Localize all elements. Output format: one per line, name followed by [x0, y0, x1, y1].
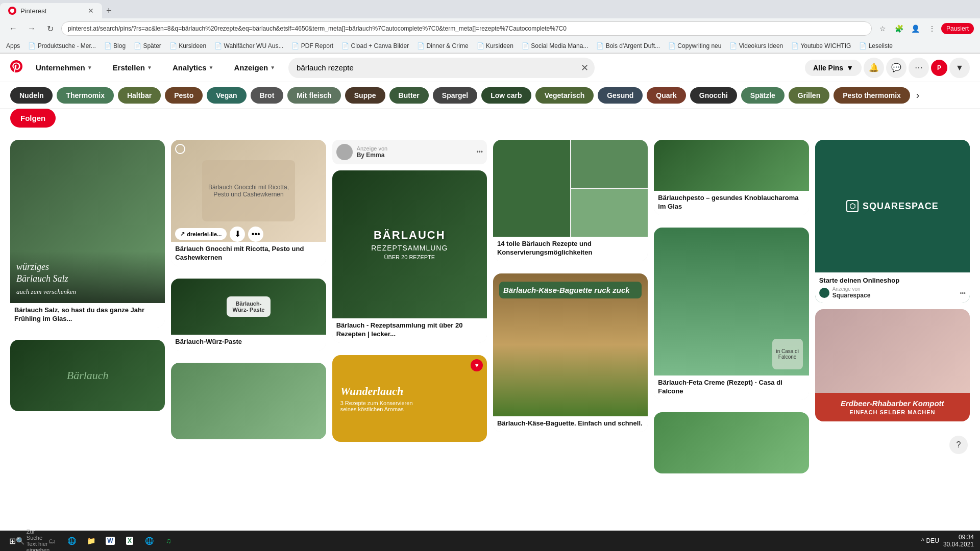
bookmark-kursideen1[interactable]: 📄 Kursideen: [169, 42, 206, 49]
alle-pins-arrow: ▼: [846, 64, 853, 72]
taskbar-excel[interactable]: X: [120, 532, 139, 550]
filter-spätzle[interactable]: Spätzle: [741, 87, 785, 104]
pin-card-würzpaste[interactable]: Bärlauch-Würz- Paste Bärlauch-Würz-Paste: [171, 279, 326, 350]
filter-gesund[interactable]: Gesund: [598, 87, 643, 104]
filter-vegetarisch[interactable]: Vegetarisch: [535, 87, 594, 104]
anzeige-label: Anzeige von: [832, 286, 871, 292]
follow-button[interactable]: Folgen: [10, 109, 56, 128]
filter-butter[interactable]: Butter: [389, 87, 429, 104]
pin-info-rezeptsammlung: Bärlauch - Rezeptsammlung mit über 20 Re…: [332, 318, 487, 343]
extensions-button[interactable]: 🧩: [892, 21, 906, 36]
messages-button[interactable]: 💬: [886, 58, 906, 78]
alle-pins-button[interactable]: Alle Pins ▼: [805, 60, 862, 76]
new-tab-button[interactable]: +: [102, 6, 116, 16]
tray-expand[interactable]: ^: [921, 537, 924, 544]
taskbar-word[interactable]: W: [101, 532, 119, 550]
bookmark-pdf[interactable]: 📄 PDF Report: [291, 42, 333, 49]
taskbar-search[interactable]: 🔍 Zur Suche Text hier eingeben: [23, 532, 42, 550]
reload-button[interactable]: ↻: [43, 21, 57, 36]
filter-nudeln[interactable]: Nudeln: [10, 87, 53, 104]
filter-pesto-thermomix[interactable]: Pesto thermomix: [834, 87, 910, 104]
filter-spargel[interactable]: Spargel: [433, 87, 477, 104]
forward-button[interactable]: →: [24, 21, 39, 36]
search-input[interactable]: [288, 58, 595, 78]
taskbar-explorer[interactable]: 📁: [82, 532, 100, 550]
account-arrow[interactable]: ▼: [949, 58, 970, 78]
nav-anzeigen[interactable]: Anzeigen ▼: [227, 59, 282, 76]
pin-source-button-gnocchi[interactable]: ↗ dreierlei-lie...: [175, 228, 227, 240]
pin-decorative-text-1: würzigesBärlauch Salzauch zum verschenke…: [16, 261, 159, 297]
nav-erstellen[interactable]: Erstellen ▼: [106, 59, 159, 76]
bookmarks-bar: Apps 📄 Produktsuche - Mer... 📄 Blog 📄 Sp…: [0, 39, 980, 53]
filter-brot[interactable]: Brot: [251, 87, 284, 104]
filter-suppe[interactable]: Suppe: [345, 87, 385, 104]
pin-card-pesto[interactable]: Bärlauchpesto – gesundes Knoblaucharoma …: [654, 140, 808, 215]
filter-gnocchi[interactable]: Gnocchi: [690, 87, 737, 104]
taskbar-chrome[interactable]: 🌐: [140, 532, 158, 550]
pin-more-icon-gnocchi[interactable]: •••: [248, 227, 263, 242]
bookmark-produktsuche[interactable]: 📄 Produktsuche - Mer...: [28, 42, 95, 49]
address-bar[interactable]: pinterest.at/search/pins/?rs=ac&len=8&q=…: [61, 21, 872, 36]
main-content: würzigesBärlauch Salzauch zum verschenke…: [0, 132, 980, 551]
erstellen-dropdown-arrow: ▼: [147, 65, 152, 70]
filter-haltbar[interactable]: Haltbar: [118, 87, 161, 104]
filter-vegan[interactable]: Vegan: [207, 87, 246, 104]
browser-tab[interactable]: Pinterest ✕: [0, 3, 102, 18]
filter-thermomix[interactable]: Thermomix: [57, 87, 113, 104]
nav-analytics[interactable]: Analytics ▼: [165, 59, 221, 76]
bookmark-leseliste[interactable]: 📄 Leseliste: [859, 42, 893, 49]
bookmark-cload[interactable]: 📄 Cload + Canva Bilder: [341, 42, 409, 49]
anzeigen-dropdown-arrow: ▼: [270, 65, 275, 70]
bookmark-youtube[interactable]: 📄 Youtube WICHTIG: [791, 42, 851, 49]
bookmark-kursideen2[interactable]: 📄 Kursideen: [477, 42, 513, 49]
bookmark-dinner[interactable]: 📄 Dinner & Crime: [417, 42, 468, 49]
pin-card-barlauch-salz[interactable]: würzigesBärlauch Salzauch zum verschenke…: [10, 140, 165, 328]
notifications-button[interactable]: 🔔: [864, 58, 884, 78]
bookmark-videokurs[interactable]: 📄 Videokurs Ideen: [729, 42, 783, 49]
taskbar-clock[interactable]: 09:34 30.04.2021: [943, 534, 974, 548]
pin-card-erdbeer[interactable]: Erdbeer-Rhabarber Kompott EINFACH SELBER…: [815, 309, 970, 421]
taskbar-task-view[interactable]: 🗂: [43, 532, 61, 550]
bookmark-bois[interactable]: 📄 Bois d'Argent Duft...: [596, 42, 660, 49]
bookmark-blog[interactable]: 📄 Blog: [104, 42, 126, 49]
settings-button[interactable]: ⋮: [925, 21, 939, 36]
pin-card-gnocchi[interactable]: Bärlauch Gnocchi mit Ricotta, Pesto und …: [171, 140, 326, 266]
bookmark-social[interactable]: 📄 Social Media Mana...: [522, 42, 588, 49]
bookmark-star-button[interactable]: ☆: [876, 21, 890, 36]
filter-low-carb[interactable]: Low carb: [481, 87, 531, 104]
profile-button[interactable]: 👤: [909, 21, 923, 36]
filter-quark[interactable]: Quark: [647, 87, 685, 104]
filter-pesto[interactable]: Pesto: [165, 87, 203, 104]
tab-close-button[interactable]: ✕: [88, 7, 94, 15]
pin-card-wunderlauch[interactable]: Wunderlauch 3 Rezepte zum Konservierense…: [332, 355, 487, 442]
pin-card-feta[interactable]: in Casa di Falcone Bärlauch-Feta Creme (…: [654, 228, 808, 400]
nav-unternehmen[interactable]: Unternehmen ▼: [29, 59, 100, 76]
pin-card-baguette[interactable]: Bärlauch-Käse-Baguette ruck zuck Bärlauc…: [493, 273, 648, 432]
pin-card-bottom-green[interactable]: [654, 412, 808, 473]
taskbar-edge[interactable]: 🌐: [62, 532, 81, 550]
back-button[interactable]: ←: [6, 21, 20, 36]
bookmark-wahlfächer[interactable]: 📄 Wahlfächer WU Aus...: [214, 42, 283, 49]
profile-status-button[interactable]: Pausiert: [941, 23, 974, 34]
pin-card-barlauch-label[interactable]: Bärlauch: [10, 340, 165, 411]
filter-grillen[interactable]: Grillen: [789, 87, 829, 104]
user-avatar[interactable]: P: [931, 60, 947, 76]
bookmark-später[interactable]: 📄 Später: [134, 42, 161, 49]
pin-title-rezeptsammlung: Bärlauch - Rezeptsammlung mit über 20 Re…: [336, 321, 483, 339]
bookmark-apps[interactable]: Apps: [6, 42, 20, 49]
filter-mit-fleisch[interactable]: Mit fleisch: [287, 87, 340, 104]
more-button[interactable]: ⋯: [909, 58, 929, 78]
search-clear-button[interactable]: ✕: [581, 62, 589, 73]
rezeptsammlung-text: BÄRLAUCH REZEPTSAMMLUNG ÜBER 20 REZEPTE: [371, 229, 448, 260]
bookmark-copywriting[interactable]: 📄 Copywriting neu: [668, 42, 721, 49]
help-button[interactable]: ?: [949, 436, 968, 454]
filter-scroll-right[interactable]: ›: [916, 89, 920, 101]
pinterest-logo[interactable]: [10, 60, 22, 76]
ad-squarespace[interactable]: ⬡ SQUARESPACE Starte deinen Onlineshop A…: [815, 140, 970, 303]
wunderlauch-text: Wunderlauch 3 Rezepte zum Konservierense…: [340, 385, 479, 412]
pin-card-soup[interactable]: [171, 363, 326, 439]
pin-card-rezeptsammlung[interactable]: BÄRLAUCH REZEPTSAMMLUNG ÜBER 20 REZEPTE …: [332, 170, 487, 343]
pin-card-14rezepte[interactable]: 14 tolle Bärlauch Rezepte und Konservier…: [493, 140, 648, 261]
taskbar-spotify[interactable]: ♫: [159, 532, 178, 550]
pin-save-icon-gnocchi[interactable]: ⬇: [230, 227, 245, 242]
